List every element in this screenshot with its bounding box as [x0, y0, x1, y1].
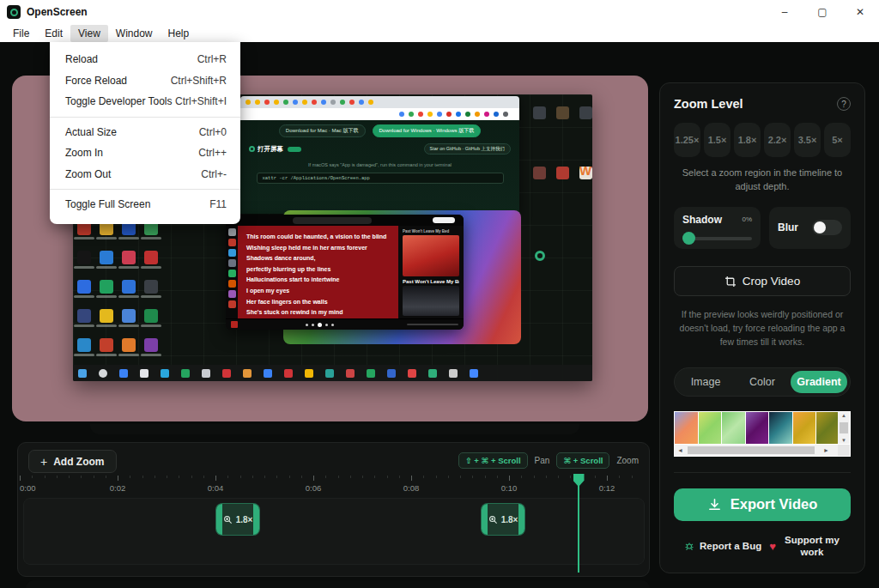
ruler-major-tick [215, 476, 216, 481]
playhead-handle[interactable] [573, 474, 585, 487]
gradient-swatch[interactable] [769, 412, 792, 444]
ruler-time-label: 0:04 [208, 483, 224, 493]
add-zoom-button[interactable]: + Add Zoom [28, 450, 117, 473]
gradient-horizontal-scrollbar[interactable]: ◄ ► [675, 445, 850, 456]
menu-item-toggle-developer-tools[interactable]: Toggle Developer ToolsCtrl+Shift+I [50, 91, 240, 112]
plus-icon: + [40, 455, 47, 469]
crop-video-button[interactable]: Crop Video [674, 266, 851, 296]
shadow-label: Shadow [682, 214, 722, 226]
gradient-swatch[interactable] [816, 412, 838, 444]
menu-item-shortcut: Ctrl+0 [199, 126, 227, 138]
ruler-major-tick [607, 476, 608, 481]
timeline-track[interactable] [23, 498, 645, 565]
minimize-button[interactable]: – [766, 0, 803, 24]
ruler-minor-tick [167, 476, 167, 478]
star-github-button: Star on GitHub · GitHub 上支持我们 [424, 143, 511, 155]
gradient-swatch[interactable] [699, 412, 722, 444]
ruler-minor-tick [203, 476, 204, 478]
blur-toggle[interactable] [812, 220, 842, 235]
maximize-button[interactable]: ▢ [803, 0, 841, 24]
segment-right-handle[interactable] [518, 504, 524, 535]
gradient-vertical-scrollbar[interactable]: ▲ ▼ [838, 412, 850, 444]
help-icon[interactable]: ? [837, 97, 851, 111]
browser-tab-favicon [274, 100, 279, 105]
ruler-minor-tick [155, 476, 155, 478]
desktop-app-icon [122, 251, 136, 264]
shadow-value: 0% [742, 215, 752, 223]
lyric-line: She's stuck on rewind in my mind [246, 307, 390, 318]
scroll-down-icon[interactable]: ▼ [841, 438, 846, 443]
menu-item-reload[interactable]: ReloadCtrl+R [50, 49, 240, 70]
gradient-picker: ▲ ▼ ◄ ► [674, 411, 851, 457]
report-bug-link[interactable]: Report a Bug [684, 541, 761, 551]
segment-left-handle[interactable] [216, 504, 222, 535]
gradient-swatch[interactable] [722, 412, 745, 444]
browser-extension-icon [456, 112, 461, 117]
site-logo-icon [249, 146, 255, 152]
desktop-icon-label [118, 324, 139, 327]
gradient-swatch[interactable] [675, 412, 698, 444]
lyric-line: perfectly blurring up the lines [246, 264, 390, 276]
menu-item-label: Reload [65, 53, 98, 65]
menu-item-shortcut: Ctrl+Shift+R [171, 75, 227, 87]
browser-page: Download for Mac · Mac 版下载 Download for … [240, 120, 519, 214]
tab-color[interactable]: Color [734, 371, 791, 393]
taskbar-app-icon [181, 369, 190, 378]
zoom-option-2.2[interactable]: 2.2× [764, 123, 791, 157]
ruler-minor-tick [81, 476, 82, 478]
menu-item-zoom-in[interactable]: Zoom InCtrl++ [50, 142, 240, 164]
desktop-app-icon [77, 280, 91, 294]
ruler-time-label: 0:06 [306, 483, 322, 493]
taskbar-app-icon [346, 369, 355, 378]
browser-tab-favicon [302, 100, 307, 105]
start-icon [78, 369, 87, 378]
shadow-slider[interactable] [682, 232, 752, 245]
ruler-minor-tick [570, 476, 571, 478]
hint-keys-badge: ⌘ + Scroll [556, 452, 609, 469]
menu-item-toggle-full-screen[interactable]: Toggle Full ScreenF11 [50, 194, 240, 215]
menu-help[interactable]: Help [161, 25, 197, 42]
ruler-minor-tick [276, 476, 277, 478]
ruler-minor-tick [191, 476, 192, 478]
menu-edit[interactable]: Edit [37, 25, 70, 42]
close-button[interactable]: ✕ [841, 0, 879, 24]
export-video-button[interactable]: Export Video [674, 488, 851, 521]
segment-right-handle[interactable] [253, 504, 259, 535]
album-art-dark [403, 286, 459, 316]
bug-icon [684, 541, 694, 551]
browser-extension-icon [484, 112, 489, 117]
ruler-minor-tick [436, 476, 437, 478]
playhead-line [578, 484, 579, 573]
menu-item-force-reload[interactable]: Force ReloadCtrl+Shift+R [50, 70, 240, 92]
scroll-up-icon[interactable]: ▲ [841, 413, 846, 418]
browser-tab-favicon [283, 100, 288, 105]
bottom-panel-edge [26, 580, 650, 588]
zoom-option-1.5[interactable]: 1.5× [704, 123, 730, 157]
menu-view[interactable]: View [70, 25, 108, 42]
gradient-swatch[interactable] [746, 412, 769, 444]
ruler-minor-tick [106, 476, 106, 478]
segment-left-handle[interactable] [482, 504, 488, 535]
tab-gradient[interactable]: Gradient [791, 371, 847, 393]
zoom-option-1.25[interactable]: 1.25× [674, 123, 700, 157]
zoom-segment[interactable]: 1.8× [481, 503, 525, 536]
scroll-right-icon[interactable]: ► [821, 447, 832, 453]
gradient-swatch[interactable] [793, 412, 816, 444]
scroll-left-icon[interactable]: ◄ [675, 447, 686, 453]
menu-window[interactable]: Window [108, 25, 161, 42]
ruler-minor-tick [240, 476, 241, 478]
zoom-option-3.5[interactable]: 3.5× [794, 123, 821, 157]
zoom-segment[interactable]: 1.8× [215, 503, 260, 536]
zoom-option-5[interactable]: 5× [824, 123, 851, 157]
ruler-major-tick [313, 476, 314, 481]
menu-item-zoom-out[interactable]: Zoom OutCtrl+- [50, 164, 240, 185]
taskbar-app-icon [449, 369, 458, 378]
shadow-slider-knob[interactable] [682, 232, 695, 245]
menu-item-actual-size[interactable]: Actual SizeCtrl+0 [50, 122, 240, 143]
ruler-minor-tick [448, 476, 449, 478]
menu-file[interactable]: File [5, 25, 37, 42]
zoom-option-1.8[interactable]: 1.8× [734, 123, 761, 157]
taskbar-app-icon [387, 369, 396, 378]
support-link[interactable]: Support my work [784, 534, 840, 559]
tab-image[interactable]: Image [677, 371, 734, 393]
